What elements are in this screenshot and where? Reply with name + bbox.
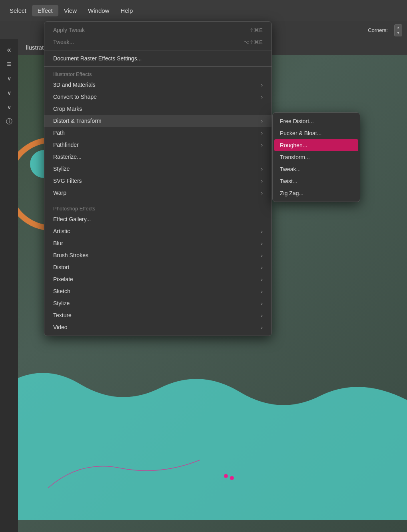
effect-dropdown-menu: Apply Tweak ⇧⌘E Tweak... ⌥⇧⌘E Document R…: [44, 21, 272, 336]
menu-item-video[interactable]: Video ›: [44, 321, 271, 333]
lines-icon[interactable]: ≡: [3, 58, 16, 70]
left-sidebar: « ≡ ∨ ∨ ∨ ⓘ: [0, 39, 18, 532]
divider-2: [44, 66, 271, 67]
dropdown2-icon[interactable]: ∨: [3, 86, 16, 99]
submenu-zig-zag[interactable]: Zig Zag...: [273, 187, 360, 199]
corners-stepper[interactable]: ▲ ▼: [394, 24, 402, 36]
chevron-stylize-ps-icon: ›: [261, 300, 263, 306]
apply-tweak-item[interactable]: Apply Tweak ⇧⌘E: [44, 24, 271, 36]
dropdown1-icon[interactable]: ∨: [3, 72, 16, 85]
menu-item-brush-strokes[interactable]: Brush Strokes ›: [44, 249, 271, 261]
tweak-item[interactable]: Tweak... ⌥⇧⌘E: [44, 36, 271, 48]
menu-item-convert[interactable]: Convert to Shape ›: [44, 91, 271, 103]
menu-bar: Select Effect View Window Help: [0, 0, 407, 21]
menu-item-svg-filters[interactable]: SVG Filters ›: [44, 175, 271, 187]
document-raster-item[interactable]: Document Raster Effects Settings...: [44, 52, 271, 64]
submenu-pucker-bloat[interactable]: Pucker & Bloat...: [273, 127, 360, 139]
menu-item-blur[interactable]: Blur ›: [44, 237, 271, 249]
chevrons-icon[interactable]: «: [3, 43, 16, 56]
corners-label: Corners:: [368, 27, 388, 33]
submenu-tweak[interactable]: Tweak...: [273, 163, 360, 175]
svg-point-2: [224, 474, 228, 478]
dropdown3-icon[interactable]: ∨: [3, 101, 16, 114]
chevron-svg-icon: ›: [261, 178, 263, 184]
chevron-video-icon: ›: [261, 324, 263, 330]
menu-item-stylize-ps[interactable]: Stylize ›: [44, 297, 271, 309]
menu-item-sketch[interactable]: Sketch ›: [44, 285, 271, 297]
chevron-stylize-ai-icon: ›: [261, 166, 263, 172]
divider-1: [44, 50, 271, 50]
chevron-path-icon: ›: [261, 130, 263, 136]
submenu-transform[interactable]: Transform...: [273, 151, 360, 163]
menu-item-artistic[interactable]: Artistic ›: [44, 225, 271, 237]
distort-submenu: Free Distort... Pucker & Bloat... Roughe…: [272, 112, 360, 202]
chevron-pathfinder-icon: ›: [261, 142, 263, 148]
chevron-artistic-icon: ›: [261, 228, 263, 234]
menu-item-pixelate[interactable]: Pixelate ›: [44, 273, 271, 285]
chevron-convert-icon: ›: [261, 94, 263, 100]
menu-item-pathfinder[interactable]: Pathfinder ›: [44, 139, 271, 151]
submenu-free-distort[interactable]: Free Distort...: [273, 115, 360, 127]
illustrator-effects-header: Illustrator Effects: [44, 69, 271, 79]
chevron-distort-ps-icon: ›: [261, 264, 263, 270]
info-icon[interactable]: ⓘ: [3, 115, 16, 128]
menu-select[interactable]: Select: [4, 5, 32, 16]
menu-window[interactable]: Window: [82, 5, 115, 16]
menu-item-distort-ps[interactable]: Distort ›: [44, 261, 271, 273]
chevron-blur-icon: ›: [261, 240, 263, 246]
menu-effect[interactable]: Effect: [32, 5, 58, 16]
chevron-distort-icon: ›: [261, 118, 263, 124]
menu-item-effect-gallery[interactable]: Effect Gallery...: [44, 213, 271, 225]
chevron-texture-icon: ›: [261, 312, 263, 318]
chevron-warp-icon: ›: [261, 190, 263, 196]
menu-item-warp[interactable]: Warp ›: [44, 187, 271, 199]
menu-help[interactable]: Help: [115, 5, 138, 16]
menu-item-texture[interactable]: Texture ›: [44, 309, 271, 321]
corners-up-button[interactable]: ▲: [395, 25, 402, 30]
svg-point-3: [230, 476, 234, 480]
menu-view[interactable]: View: [58, 5, 82, 16]
submenu-twist[interactable]: Twist...: [273, 175, 360, 187]
chevron-sketch-icon: ›: [261, 288, 263, 294]
photoshop-effects-header: Photoshop Effects: [44, 203, 271, 213]
submenu-roughen[interactable]: Roughen...: [274, 139, 358, 151]
menu-item-path[interactable]: Path ›: [44, 127, 271, 139]
corners-down-button[interactable]: ▼: [395, 30, 402, 36]
menu-item-rasterize[interactable]: Rasterize...: [44, 151, 271, 163]
menu-item-stylize-ai[interactable]: Stylize ›: [44, 163, 271, 175]
menu-item-distort[interactable]: Distort & Transform › Free Distort... Pu…: [44, 115, 271, 127]
chevron-brush-icon: ›: [261, 252, 263, 258]
chevron-pixelate-icon: ›: [261, 276, 263, 282]
divider-3: [44, 201, 271, 201]
chevron-3d-icon: ›: [261, 82, 263, 88]
menu-item-3d[interactable]: 3D and Materials ›: [44, 79, 271, 91]
menu-item-crop[interactable]: Crop Marks: [44, 103, 271, 115]
